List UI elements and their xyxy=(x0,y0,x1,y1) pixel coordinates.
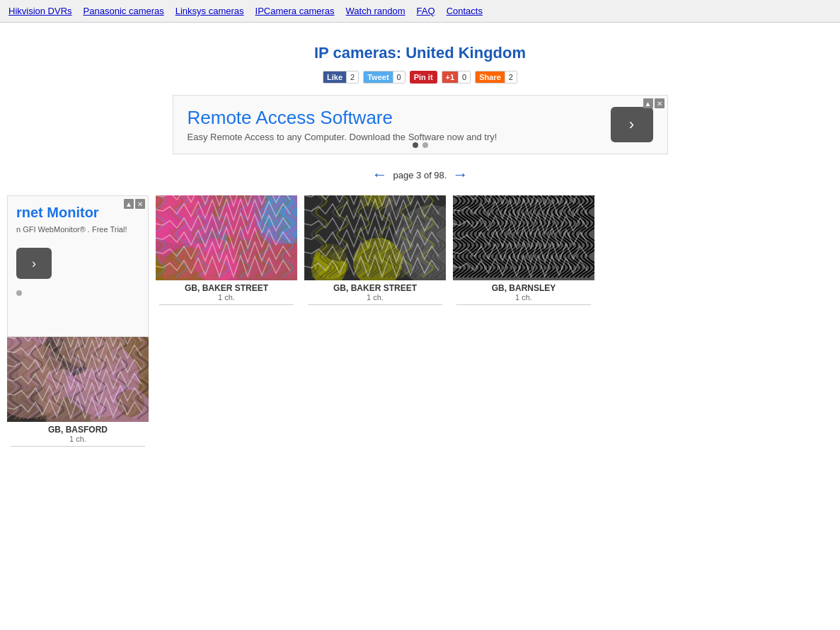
camera-canvas-4 xyxy=(7,337,149,422)
camera-item-baker-street-1[interactable]: GB, BAKER STREET 1 ch. xyxy=(156,195,297,305)
nav-watch-random[interactable]: Watch random xyxy=(340,6,411,16)
ad-text: Remote Access Software Easy Remote Acces… xyxy=(188,107,497,142)
ad-dot-1[interactable] xyxy=(413,142,418,148)
nav-contacts[interactable]: Contacts xyxy=(441,6,488,16)
left-ad-banner: ▲ ✕ rnet Monitor n GFI WebMonitor® . Fre… xyxy=(7,195,149,337)
pinterest-pin-label: Pin it xyxy=(410,71,437,83)
camera-location-4: GB, BASFORD xyxy=(7,425,149,435)
content-area: ▲ ✕ rnet Monitor n GFI WebMonitor® . Fre… xyxy=(0,195,840,337)
ad-description: Easy Remote Access to any Computer. Down… xyxy=(188,132,497,142)
camera-divider-1 xyxy=(159,304,294,305)
ad-next-arrow[interactable]: › xyxy=(611,107,653,142)
googleplus-count: 0 xyxy=(458,71,470,83)
twitter-tweet-button[interactable]: Tweet 0 xyxy=(363,71,405,84)
left-ad-radio xyxy=(16,287,139,298)
camera-row-1: GB, BAKER STREET 1 ch. GB, BAKER STREET … xyxy=(156,195,833,305)
left-ad-corner-btn-x[interactable]: ▲ xyxy=(124,199,134,209)
share-button[interactable]: Share 2 xyxy=(475,71,517,84)
ad-corner-btn-close[interactable]: ✕ xyxy=(655,98,664,108)
camera-divider-4 xyxy=(11,446,145,447)
left-ad-corner-btn-close[interactable]: ✕ xyxy=(135,199,145,209)
nav-linksys[interactable]: Linksys cameras xyxy=(170,6,250,16)
camera-row-2: GB, BASFORD 1 ch. xyxy=(7,337,833,447)
camera-thumb-4 xyxy=(7,337,149,422)
camera-item-basford[interactable]: GB, BASFORD 1 ch. xyxy=(7,337,149,447)
camera-thumb-3 xyxy=(453,195,594,280)
camera-location-3: GB, BARNSLEY xyxy=(453,283,594,293)
left-ad-arrow[interactable]: › xyxy=(16,248,52,279)
left-ad-description: n GFI WebMonitor® . Free Trial! xyxy=(16,225,139,234)
page-info: page 3 of 98. xyxy=(393,170,447,181)
camera-thumb-2 xyxy=(304,195,446,280)
ad-dots xyxy=(413,142,428,148)
nav-ipcamera[interactable]: IPCamera cameras xyxy=(250,6,340,16)
prev-page-arrow[interactable]: ← xyxy=(372,166,388,184)
facebook-like-count: 2 xyxy=(346,71,358,83)
pinterest-pin-button[interactable]: Pin it xyxy=(410,71,437,84)
main-content: IP cameras: United Kingdom Like 2 Tweet … xyxy=(0,23,840,465)
navigation-bar: Hikvision DVRs Panasonic cameras Linksys… xyxy=(0,0,840,23)
left-ad-arrow-icon: › xyxy=(32,256,36,271)
facebook-like-label: Like xyxy=(323,71,346,83)
left-ad-dot xyxy=(16,290,22,296)
twitter-tweet-label: Tweet xyxy=(364,71,392,83)
camera-thumb-1 xyxy=(156,195,297,280)
left-ad-title: rnet Monitor xyxy=(16,205,139,221)
share-count: 2 xyxy=(505,71,517,83)
cameras-section: GB, BAKER STREET 1 ch. GB, BAKER STREET … xyxy=(156,195,833,337)
nav-hikvision[interactable]: Hikvision DVRs xyxy=(3,6,78,16)
googleplus-button[interactable]: +1 0 xyxy=(442,71,471,84)
camera-channels-4: 1 ch. xyxy=(7,435,149,443)
ad-title: Remote Access Software xyxy=(188,107,497,129)
camera-item-barnsley[interactable]: GB, BARNSLEY 1 ch. xyxy=(453,195,594,305)
camera-channels-3: 1 ch. xyxy=(453,293,594,302)
social-row: Like 2 Tweet 0 Pin it +1 0 Share 2 xyxy=(0,71,840,84)
camera-canvas-3 xyxy=(453,195,594,280)
camera-channels-1: 1 ch. xyxy=(156,293,297,302)
googleplus-label: +1 xyxy=(442,71,459,83)
page-title: IP cameras: United Kingdom xyxy=(0,44,840,62)
camera-row-2-wrapper: GB, BASFORD 1 ch. xyxy=(0,337,840,447)
camera-location-2: GB, BAKER STREET xyxy=(304,283,446,293)
ad-corner-btn-x[interactable]: ▲ xyxy=(643,98,653,108)
camera-canvas-1 xyxy=(156,195,297,280)
camera-divider-3 xyxy=(456,304,591,305)
camera-canvas-2 xyxy=(304,195,446,280)
camera-location-1: GB, BAKER STREET xyxy=(156,283,297,293)
top-ad-banner: Remote Access Software Easy Remote Acces… xyxy=(173,95,668,154)
nav-faq[interactable]: FAQ xyxy=(411,6,441,16)
ad-corner-buttons: ▲ ✕ xyxy=(643,98,664,108)
facebook-like-button[interactable]: Like 2 xyxy=(323,71,359,84)
left-ad-corner-buttons: ▲ ✕ xyxy=(124,199,145,209)
share-label: Share xyxy=(476,71,505,83)
nav-panasonic[interactable]: Panasonic cameras xyxy=(78,6,170,16)
camera-item-baker-street-2[interactable]: GB, BAKER STREET 1 ch. xyxy=(304,195,446,305)
twitter-tweet-count: 0 xyxy=(393,71,405,83)
ad-arrow-icon: › xyxy=(629,115,634,134)
ad-dot-2[interactable] xyxy=(422,142,428,148)
camera-channels-2: 1 ch. xyxy=(304,293,446,302)
next-page-arrow[interactable]: → xyxy=(452,166,468,184)
pagination: ← page 3 of 98. → xyxy=(0,166,840,184)
camera-divider-2 xyxy=(308,304,442,305)
